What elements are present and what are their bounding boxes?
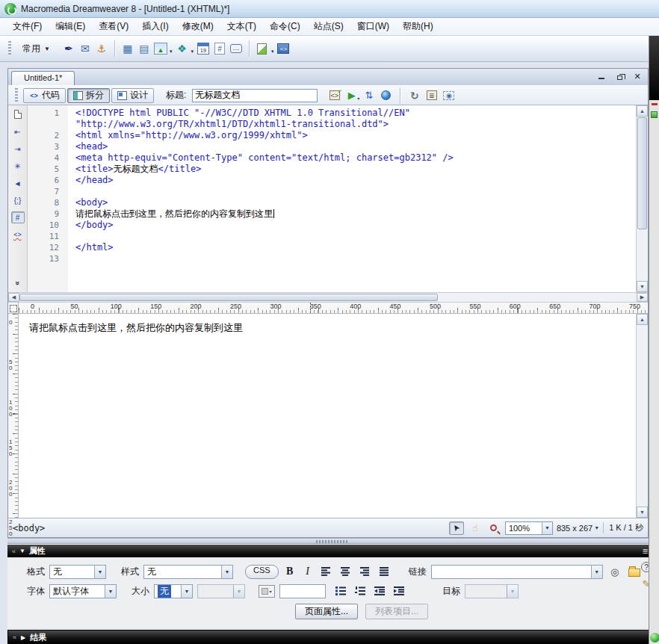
insert-date-button[interactable]: 19 [195, 40, 211, 57]
css-button[interactable]: CSS [245, 565, 279, 579]
scrollbar-thumb[interactable] [19, 294, 438, 301]
menu-item[interactable]: 修改(M) [176, 18, 220, 35]
point-to-file-button[interactable]: ◎ [607, 565, 622, 578]
unordered-list-button[interactable] [333, 584, 348, 598]
code-editor[interactable]: <!DOCTYPE html PUBLIC "-//W3C//DTD XHTML… [68, 105, 636, 292]
scroll-down-button[interactable]: ▼ [637, 281, 648, 292]
menu-item[interactable]: 站点(S) [307, 18, 350, 35]
style-dropdown[interactable]: 无▼ [143, 565, 233, 579]
named-anchor-button[interactable]: ⚓ [93, 40, 110, 57]
templates-dropdown-arrow[interactable]: ▾ [271, 49, 274, 55]
highlight-invalid-code-button[interactable]: <> [11, 229, 25, 241]
code-vertical-scrollbar[interactable]: ▲ ▼ [636, 105, 648, 292]
design-text[interactable]: 请把鼠标点击到这里，然后把你的内容复制到这里 [29, 322, 243, 333]
templates-button[interactable] [254, 40, 270, 57]
page-properties-button[interactable]: 页面属性... [295, 604, 358, 619]
menu-item[interactable]: 查看(V) [92, 18, 135, 35]
file-management-button[interactable]: ⇅ [361, 88, 377, 103]
hyperlink-button[interactable]: ✒ [61, 40, 77, 57]
more-options-chevron[interactable]: » [12, 276, 24, 290]
properties-header[interactable]: « ▼ 属性 ≣ [7, 545, 656, 557]
preview-debug-button[interactable]: ▶▾ [344, 88, 359, 103]
toolbar-grip[interactable] [15, 88, 18, 103]
zoom-tool-button[interactable] [486, 521, 501, 535]
align-right-button[interactable] [358, 565, 373, 578]
collapse-full-tag-button[interactable]: ⇤ [11, 126, 25, 137]
link-input[interactable]: ▼ [431, 565, 603, 579]
indent-button[interactable] [392, 584, 406, 598]
align-justify-button[interactable] [377, 565, 392, 578]
bold-button[interactable]: B [283, 566, 297, 578]
tag-selector[interactable]: <body> [13, 523, 45, 533]
align-left-button[interactable] [319, 565, 334, 578]
insert-div-button[interactable]: ▤ [136, 40, 152, 57]
collapse-selection-button[interactable]: ⇥ [11, 143, 25, 155]
align-center-button[interactable] [338, 565, 353, 578]
scroll-right-button[interactable]: ▶ [637, 293, 648, 302]
size-dropdown[interactable]: 无▼ [154, 584, 193, 598]
media-dropdown-arrow[interactable]: ▾ [191, 49, 194, 55]
right-panel-dock[interactable] [649, 36, 659, 644]
select-parent-tag-button[interactable]: ◄ [11, 177, 25, 189]
document-title-input[interactable] [192, 89, 318, 102]
visual-aids-button[interactable]: ◉ [441, 88, 457, 103]
menu-item[interactable]: 帮助(H) [396, 18, 440, 35]
insert-table-button[interactable]: ▦ [120, 40, 136, 57]
collapse-left-icon[interactable]: « [13, 634, 16, 641]
server-include-button[interactable]: # [211, 40, 228, 57]
check-page-button[interactable]: <>✓ [327, 88, 342, 103]
doc-restore-button[interactable] [615, 72, 624, 81]
tag-chooser-button[interactable]: <> [275, 40, 291, 57]
insert-media-button[interactable]: ❖ [173, 40, 190, 57]
design-canvas[interactable]: 请把鼠标点击到这里，然后把你的内容复制到这里 [19, 314, 636, 518]
insert-comment-button[interactable]: … [228, 40, 244, 57]
refresh-button[interactable]: ↻ [406, 88, 422, 103]
design-vertical-scrollbar[interactable]: ▲ ▼ [636, 314, 648, 518]
expand-all-button[interactable]: ✳ [11, 160, 25, 172]
text-color-picker[interactable]: ▾ [259, 585, 275, 598]
toolbar-grip[interactable] [8, 41, 11, 56]
doc-close-button[interactable]: ✕ [633, 72, 642, 81]
italic-button[interactable]: I [301, 566, 315, 578]
panel-menu-icon[interactable]: ≣ [643, 547, 649, 555]
doc-minimize-button[interactable] [597, 72, 606, 81]
zoom-level-dropdown[interactable]: 100% ▼ [505, 521, 553, 535]
scroll-left-button[interactable]: ◀ [8, 293, 19, 302]
menu-item[interactable]: 插入(I) [135, 18, 175, 35]
code-horizontal-scrollbar[interactable]: ◀ ▶ [8, 292, 648, 303]
line-numbers-button[interactable]: # [11, 211, 25, 223]
email-link-button[interactable]: ✉ [77, 40, 93, 57]
document-tab[interactable]: Untitled-1* [11, 71, 75, 85]
color-value-input[interactable] [279, 584, 326, 598]
image-dropdown-arrow[interactable]: ▾ [170, 49, 173, 55]
menu-item[interactable]: 窗口(W) [350, 18, 396, 35]
window-size-dropdown[interactable]: 835 x 267 ▼ [557, 524, 599, 533]
menu-item[interactable]: 文件(F) [6, 18, 49, 35]
design-view-button[interactable]: 设计 [111, 88, 154, 103]
browser-check-button[interactable] [378, 88, 394, 103]
insert-category-dropdown[interactable]: 常用 ▼ [22, 43, 50, 55]
code-view-button[interactable]: <>代码 [23, 88, 66, 103]
scroll-up-button[interactable]: ▲ [637, 314, 648, 325]
balance-braces-button[interactable]: {;} [11, 194, 25, 206]
outdent-button[interactable] [372, 584, 387, 598]
collapse-left-icon[interactable]: « [12, 548, 16, 555]
view-options-button[interactable]: ≣ [424, 88, 439, 103]
split-view-button[interactable]: 拆分 [67, 88, 110, 103]
format-dropdown[interactable]: 无▼ [49, 565, 106, 579]
font-dropdown[interactable]: 默认字体▼ [49, 584, 117, 598]
menu-item[interactable]: 命令(C) [263, 18, 307, 35]
scroll-down-button[interactable]: ▼ [637, 507, 648, 518]
ruler-origin-icon[interactable] [8, 303, 19, 313]
scroll-up-button[interactable]: ▲ [637, 105, 648, 117]
ordered-list-button[interactable] [353, 584, 368, 598]
panel-splitter[interactable] [7, 538, 656, 544]
browse-file-button[interactable] [627, 565, 642, 578]
menu-item[interactable]: 文本(T) [220, 18, 263, 35]
select-tool-button[interactable]: ➤ [449, 521, 464, 535]
results-panel-header[interactable]: « ▶ 结果 [7, 630, 656, 644]
scrollbar-thumb[interactable] [637, 117, 647, 229]
menu-item[interactable]: 编辑(E) [49, 18, 92, 35]
hand-tool-button[interactable]: ☝ [468, 521, 483, 535]
insert-image-button[interactable]: ▲ [152, 40, 169, 57]
